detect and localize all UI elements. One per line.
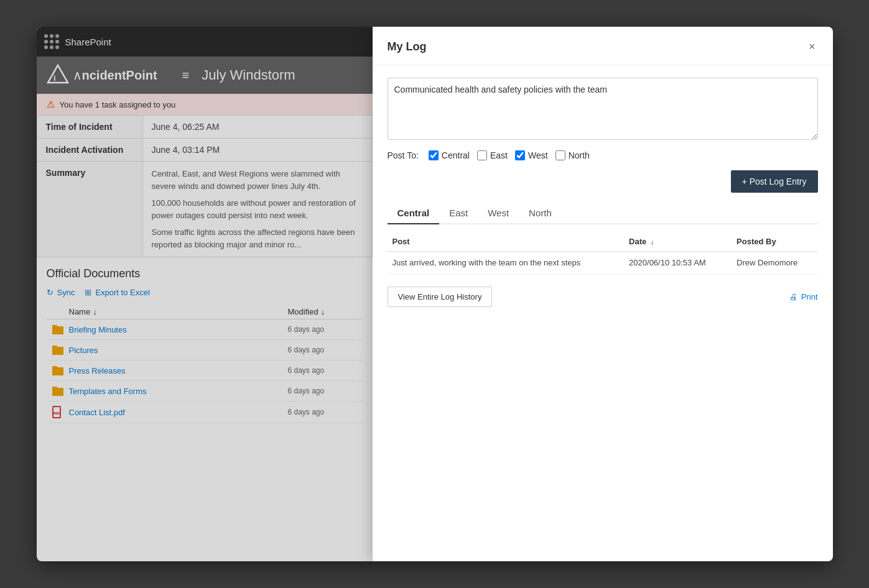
view-history-button[interactable]: View Entire Log History	[388, 287, 493, 307]
date-sort-icon: ↓	[651, 238, 654, 246]
checkbox-east[interactable]: East	[477, 150, 508, 160]
post-column-header: Post	[388, 232, 625, 252]
posted-by-column-header: Posted By	[732, 232, 817, 252]
print-icon: 🖨	[789, 292, 797, 301]
date-column-header: Date ↓	[624, 232, 732, 252]
log-bottom-row: View Entire Log History 🖨 Print	[388, 277, 818, 307]
log-post-cell: Just arrived, working with the team on t…	[388, 252, 625, 274]
modal-overlay: My Log × Post To: Central East	[37, 27, 833, 561]
checkbox-north[interactable]: North	[555, 150, 590, 160]
print-button[interactable]: 🖨 Print	[789, 292, 818, 301]
post-to-section: Post To: Central East West	[388, 150, 818, 160]
tab-north[interactable]: North	[519, 203, 562, 224]
post-to-options: Central East West North	[429, 150, 590, 160]
tab-west[interactable]: West	[478, 203, 519, 224]
checkbox-west[interactable]: West	[515, 150, 548, 160]
modal-body: Post To: Central East West	[373, 65, 833, 561]
post-log-entry-button[interactable]: + Post Log Entry	[731, 170, 818, 193]
checkbox-central[interactable]: Central	[429, 150, 470, 160]
log-date-cell: 2020/06/10 10:53 AM	[624, 252, 732, 274]
table-row: Just arrived, working with the team on t…	[388, 252, 818, 274]
log-posted-by-cell: Drew Demomore	[732, 252, 817, 274]
log-table: Post Date ↓ Posted By Just	[388, 232, 818, 274]
log-text-input[interactable]	[388, 78, 818, 140]
post-to-label: Post To:	[388, 150, 419, 160]
tab-central[interactable]: Central	[388, 203, 440, 224]
my-log-modal: My Log × Post To: Central East	[373, 27, 833, 561]
log-tabs: Central East West North	[388, 203, 818, 224]
modal-header: My Log ×	[373, 27, 833, 65]
post-entry-row: + Post Log Entry	[388, 170, 818, 193]
modal-title: My Log	[388, 40, 427, 53]
desktop: SharePoint i ∧ncidentPoint ≡ July Windst…	[37, 27, 833, 561]
log-table-body: Just arrived, working with the team on t…	[388, 252, 818, 274]
tab-east[interactable]: East	[439, 203, 478, 224]
close-button[interactable]: ×	[806, 38, 818, 56]
